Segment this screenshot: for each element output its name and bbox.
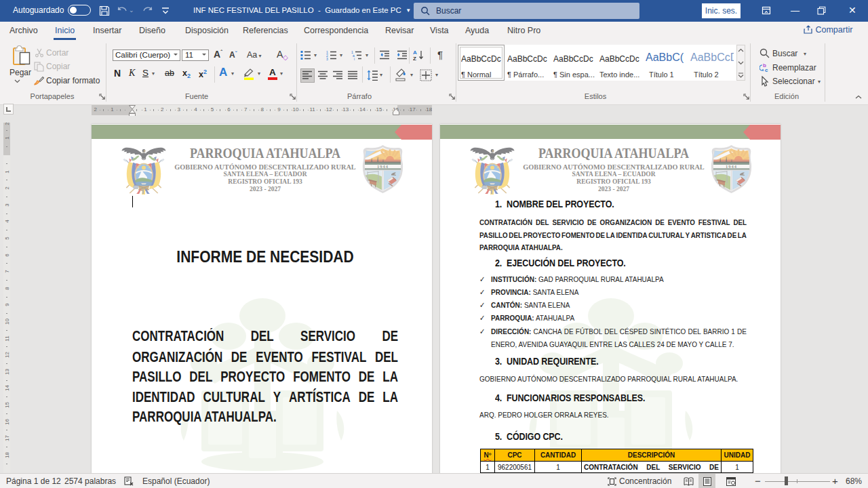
svg-text:A: A [413,49,417,56]
svg-text:Z: Z [413,56,416,61]
svg-text:i: i [354,57,355,61]
svg-text:3: 3 [326,57,328,61]
svg-text:c: c [765,67,768,73]
